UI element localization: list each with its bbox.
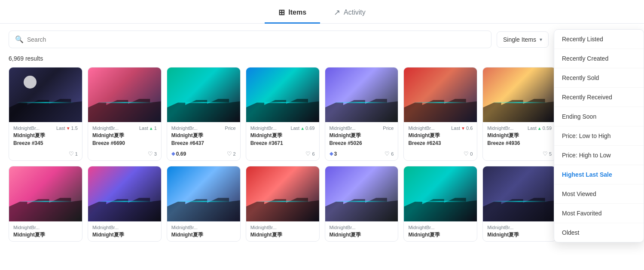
nft-card-5[interactable]: MidnightBr... Price Midnight夏季 Breeze #5… [325,67,399,161]
card1-name-sub: Breeze #345 [13,140,78,146]
card-image-11 [167,166,240,221]
card5-price-label: Price [383,126,394,131]
sort-option-most-favorited[interactable]: Most Favorited [554,204,644,223]
nft-card-6[interactable]: MidnightBr... Last ▼ 0.6 Midnight夏季 Bree… [403,67,477,161]
card5-bottom: ◆ 3 ♡6 [325,148,398,160]
sort-option-recently-received[interactable]: Recently Received [554,88,644,107]
card3-eth-price: ◆ 0.69 [171,151,186,157]
card7-bottom: ♡5 [483,148,556,160]
nft-card-9[interactable]: MidnightBr... Midnight夏季 [9,166,82,241]
card4-name-sub: Breeze #3671 [250,140,315,146]
card-image-5 [325,68,398,122]
card4-name-top: MidnightBr... [250,126,277,131]
card7-last: Last ▲ 0.59 [528,126,552,131]
card7-name: Midnight夏季 [487,132,552,139]
card6-last: Last ▼ 0.6 [451,126,473,131]
card1-name: Midnight夏季 [13,132,78,139]
card-image-3 [167,68,240,122]
card1-bottom: ♡1 [9,148,82,160]
card5-like[interactable]: ♡6 [385,150,394,157]
sort-option-recently-listed[interactable]: Recently Listed [554,30,644,49]
card7-name-top: MidnightBr... [487,126,513,131]
tab-items[interactable]: ⊞ Items [265,3,320,24]
sort-option-oldest[interactable]: Oldest [554,223,644,242]
card-image-13 [325,166,398,221]
filter-dropdown-arrow: ▾ [540,37,542,43]
card2-name-top: MidnightBr... [92,126,119,131]
sort-option-price-high-low[interactable]: Price: High to Low [554,146,644,165]
card3-name-top: MidnightBr... [171,126,198,131]
card2-like[interactable]: ♡3 [148,150,157,157]
nft-card-13[interactable]: MidnightBr... Midnight夏季 [325,166,399,241]
nft-grid-row2: MidnightBr... Midnight夏季 MidnightBr... M… [0,166,644,241]
card3-like[interactable]: ♡2 [227,150,236,157]
card6-name-sub: Breeze #6243 [408,140,473,146]
card4-last: Last ▲ 0.69 [290,126,314,131]
card5-name: Midnight夏季 [330,132,394,139]
sort-option-recently-created[interactable]: Recently Created [554,49,644,68]
card6-name: Midnight夏季 [408,132,473,139]
card-image-7 [483,68,556,122]
sort-option-highest-last-sale[interactable]: Highest Last Sale [554,165,644,184]
nft-grid-row1: MidnightBr... Last ▼ 1.5 Midnight夏季 Bree… [0,67,644,161]
card2-name-sub: Breeze #6690 [92,140,157,146]
card-image-9 [9,166,82,221]
card5-eth-price: ◆ 3 [330,151,337,157]
card-image-15 [483,166,556,221]
toolbar: 🔍 Single Items ▾ Highest Last Sale ▾ [0,24,644,55]
nft-card-14[interactable]: MidnightBr... Midnight夏季 [403,166,477,241]
nft-card-11[interactable]: MidnightBr... Midnight夏季 [167,166,241,241]
card-image-14 [404,166,477,221]
card2-name: Midnight夏季 [92,132,157,139]
card3-price-label: Price [225,126,236,131]
card-image-6 [404,68,477,122]
card1-like[interactable]: ♡1 [69,150,78,157]
card-image-12 [246,166,319,221]
nft-card-7[interactable]: MidnightBr... Last ▲ 0.59 Midnight夏季 Bre… [482,67,556,161]
filter-dropdown[interactable]: Single Items ▾ [497,31,549,48]
results-count: 6,969 results [0,55,644,67]
sort-option-most-viewed[interactable]: Most Viewed [554,184,644,204]
card4-name: Midnight夏季 [250,132,315,139]
card1-last: Last ▼ 1.5 [56,126,78,131]
filter-label: Single Items [503,36,536,43]
sort-option-price-low-high[interactable]: Price: Low to High [554,126,644,146]
tabs-bar: ⊞ Items ↗ Activity [0,0,644,24]
card5-name-sub: Breeze #5026 [330,140,394,146]
sort-option-recently-sold[interactable]: Recently Sold [554,68,644,88]
card3-name: Midnight夏季 [171,132,236,139]
tab-activity[interactable]: ↗ Activity [320,3,379,24]
card-image-4 [246,68,319,122]
sort-option-ending-soon[interactable]: Ending Soon [554,107,644,126]
search-icon: 🔍 [15,35,24,43]
grid-icon: ⊞ [278,8,285,17]
nft-card-15[interactable]: MidnightBr... Midnight夏季 [482,166,556,241]
search-box[interactable]: 🔍 [9,31,491,48]
card-image-1 [9,68,82,122]
nft-card-10[interactable]: MidnightBr... Midnight夏季 [88,166,162,241]
nft-card-4[interactable]: MidnightBr... Last ▲ 0.69 Midnight夏季 Bre… [246,67,320,161]
activity-icon: ↗ [334,8,340,17]
search-input[interactable] [27,36,485,43]
card2-bottom: ♡3 [88,148,161,160]
card4-bottom: ♡6 [246,148,319,160]
tab-activity-label: Activity [344,9,366,16]
nft-card-1[interactable]: MidnightBr... Last ▼ 1.5 Midnight夏季 Bree… [9,67,82,161]
card6-like[interactable]: ♡0 [464,150,473,157]
card6-bottom: ♡0 [404,148,477,160]
nft-card-12[interactable]: MidnightBr... Midnight夏季 [246,166,320,241]
tab-items-label: Items [288,9,306,16]
card6-name-top: MidnightBr... [408,126,434,131]
card-image-2 [88,68,161,122]
nft-card-3[interactable]: MidnightBr... Price Midnight夏季 Breeze #6… [167,67,241,161]
card3-bottom: ◆ 0.69 ♡2 [167,148,240,160]
card5-name-top: MidnightBr... [330,126,356,131]
nft-card-2[interactable]: MidnightBr... Last ▲ 1 Midnight夏季 Breeze… [88,67,162,161]
sort-dropdown-menu: Recently Listed Recently Created Recentl… [554,29,644,242]
card7-like[interactable]: ♡5 [543,150,552,157]
card3-name-sub: Breeze #6437 [171,140,236,146]
card2-last: Last ▲ 1 [139,126,157,131]
card7-name-sub: Breeze #4936 [487,140,552,146]
card1-name-top: MidnightBr... [13,126,40,131]
card4-like[interactable]: ♡6 [305,150,314,157]
